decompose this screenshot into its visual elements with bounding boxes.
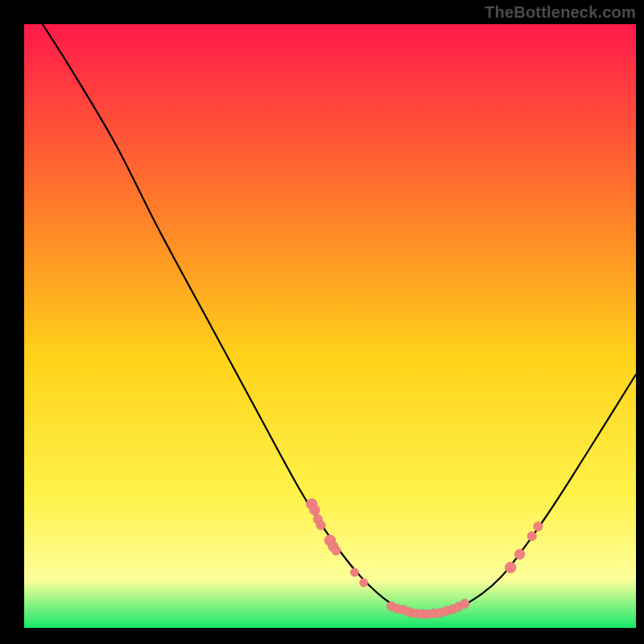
chart-container: TheBottleneck.com	[0, 0, 644, 644]
attribution-label: TheBottleneck.com	[485, 3, 636, 22]
data-marker	[332, 546, 341, 555]
data-marker	[360, 579, 368, 587]
data-marker	[505, 562, 516, 573]
data-marker	[460, 599, 469, 608]
data-marker	[514, 549, 525, 559]
data-marker	[316, 521, 325, 530]
bottleneck-chart	[0, 0, 644, 644]
data-marker	[534, 522, 543, 530]
data-marker	[527, 531, 536, 540]
data-marker	[310, 505, 320, 515]
data-marker	[350, 568, 358, 576]
